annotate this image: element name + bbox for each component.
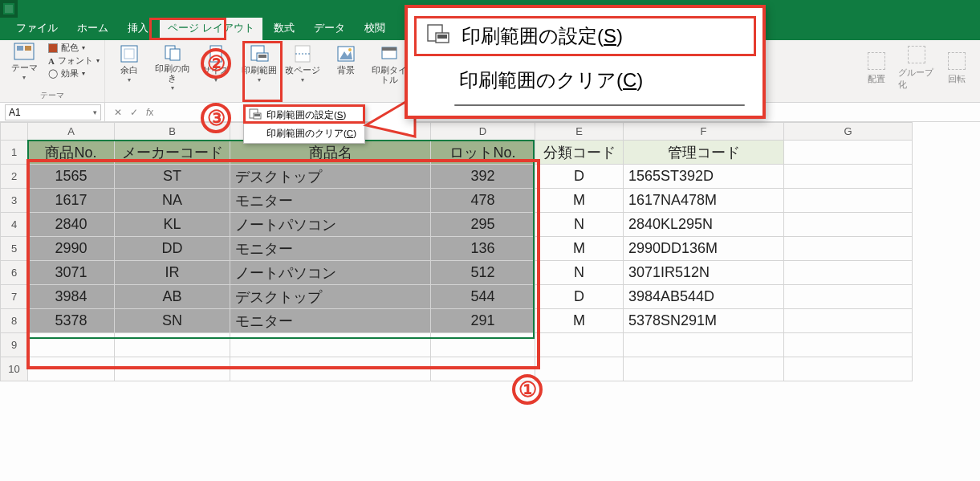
- col-header-B[interactable]: B: [115, 123, 230, 141]
- cell[interactable]: ノートパソコン: [230, 213, 431, 237]
- row-header[interactable]: 9: [1, 333, 28, 357]
- cell[interactable]: 1617: [28, 189, 115, 213]
- cell[interactable]: ロットNo.: [431, 141, 535, 165]
- tab-page-layout[interactable]: ページ レイアウト: [160, 18, 262, 40]
- row-header[interactable]: 5: [1, 237, 28, 261]
- cell[interactable]: [535, 333, 624, 357]
- cell[interactable]: 478: [431, 189, 535, 213]
- row-header[interactable]: 4: [1, 213, 28, 237]
- cell[interactable]: 2840: [28, 213, 115, 237]
- background-button[interactable]: 背景: [327, 43, 365, 91]
- cell[interactable]: 3071: [28, 261, 115, 285]
- colors-button[interactable]: 配色▾: [48, 42, 100, 54]
- tab-data[interactable]: データ: [306, 18, 353, 40]
- print-area-set-item-zoom[interactable]: 印刷範囲の設定(S): [414, 16, 756, 56]
- cell[interactable]: [784, 285, 913, 309]
- row-header[interactable]: 2: [1, 165, 28, 189]
- cell[interactable]: N: [535, 261, 624, 285]
- worksheet[interactable]: A B C D E F G 1 商品No. メーカーコード 商品名 ロットNo.…: [0, 122, 980, 381]
- cell[interactable]: 3984: [28, 285, 115, 309]
- tab-insert[interactable]: 挿入: [120, 18, 157, 40]
- tab-formulas[interactable]: 数式: [266, 18, 303, 40]
- themes-button[interactable]: テーマ ▾: [5, 40, 43, 88]
- cell[interactable]: 分類コード: [535, 141, 624, 165]
- print-area-set-item[interactable]: 印刷範囲の設定(S): [244, 105, 364, 124]
- cell[interactable]: メーカーコード: [115, 141, 230, 165]
- cell[interactable]: [624, 333, 784, 357]
- fx-button[interactable]: fx: [142, 107, 157, 118]
- group-button[interactable]: グループ化: [898, 43, 935, 92]
- cell[interactable]: 3071IR512N: [624, 261, 784, 285]
- cell[interactable]: [784, 189, 913, 213]
- cell[interactable]: モニター: [230, 309, 431, 333]
- row-header[interactable]: 1: [1, 141, 28, 165]
- cell[interactable]: [28, 357, 115, 381]
- cell[interactable]: M: [535, 237, 624, 261]
- cell[interactable]: 1565: [28, 165, 115, 189]
- print-area-clear-item[interactable]: 印刷範囲のクリア(C): [244, 124, 364, 143]
- cells-grid[interactable]: A B C D E F G 1 商品No. メーカーコード 商品名 ロットNo.…: [0, 122, 913, 381]
- cell[interactable]: 管理コード: [624, 141, 784, 165]
- cell[interactable]: 136: [431, 237, 535, 261]
- cell[interactable]: 商品No.: [28, 141, 115, 165]
- enter-formula-button[interactable]: ✓: [126, 107, 142, 118]
- select-all-triangle[interactable]: [1, 123, 28, 141]
- rotate-button[interactable]: 回転: [938, 43, 975, 92]
- cell[interactable]: [115, 333, 230, 357]
- col-header-F[interactable]: F: [624, 123, 784, 141]
- cell[interactable]: [784, 141, 913, 165]
- cell[interactable]: 2990DD136M: [624, 237, 784, 261]
- cell[interactable]: ST: [115, 165, 230, 189]
- effects-button[interactable]: ◯効果▾: [48, 67, 100, 79]
- cell[interactable]: 291: [431, 309, 535, 333]
- cell[interactable]: 544: [431, 285, 535, 309]
- cell[interactable]: 5378SN291M: [624, 309, 784, 333]
- cell[interactable]: [230, 333, 431, 357]
- cell[interactable]: モニター: [230, 189, 431, 213]
- cell[interactable]: 295: [431, 213, 535, 237]
- row-header[interactable]: 10: [1, 357, 28, 381]
- cell[interactable]: [535, 357, 624, 381]
- tab-review[interactable]: 校閲: [356, 18, 393, 40]
- cell[interactable]: N: [535, 213, 624, 237]
- cell[interactable]: 512: [431, 261, 535, 285]
- col-header-G[interactable]: G: [784, 123, 913, 141]
- col-header-E[interactable]: E: [535, 123, 624, 141]
- row-header[interactable]: 3: [1, 189, 28, 213]
- cell[interactable]: NA: [115, 189, 230, 213]
- margins-button[interactable]: 余白▾: [110, 43, 148, 91]
- cell[interactable]: [230, 357, 431, 381]
- row-header[interactable]: 6: [1, 261, 28, 285]
- cell[interactable]: [784, 165, 913, 189]
- cell[interactable]: [28, 333, 115, 357]
- col-header-D[interactable]: D: [431, 123, 535, 141]
- breaks-button[interactable]: 改ページ▾: [283, 43, 322, 91]
- cancel-formula-button[interactable]: ✕: [110, 107, 126, 118]
- size-button[interactable]: サイズ▾: [197, 43, 235, 91]
- cell[interactable]: SN: [115, 309, 230, 333]
- cell[interactable]: 2990: [28, 237, 115, 261]
- orientation-button[interactable]: 印刷の向き▾: [153, 43, 192, 91]
- cell[interactable]: 392: [431, 165, 535, 189]
- cell[interactable]: [784, 237, 913, 261]
- cell[interactable]: [784, 213, 913, 237]
- print-titles-button[interactable]: 印刷タイトル: [370, 43, 409, 91]
- cell[interactable]: 5378: [28, 309, 115, 333]
- cell[interactable]: モニター: [230, 237, 431, 261]
- tab-home[interactable]: ホーム: [69, 18, 116, 40]
- cell[interactable]: [431, 333, 535, 357]
- cell[interactable]: デスクトップ: [230, 165, 431, 189]
- cell[interactable]: D: [535, 165, 624, 189]
- row-header[interactable]: 7: [1, 285, 28, 309]
- cell[interactable]: [784, 333, 913, 357]
- cell[interactable]: D: [535, 285, 624, 309]
- cell[interactable]: [431, 357, 535, 381]
- print-area-button[interactable]: 印刷範囲▾: [240, 43, 279, 91]
- cell[interactable]: M: [535, 309, 624, 333]
- cell[interactable]: 3984AB544D: [624, 285, 784, 309]
- cell[interactable]: AB: [115, 285, 230, 309]
- cell[interactable]: 1565ST392D: [624, 165, 784, 189]
- name-box[interactable]: A1 ▾: [5, 104, 101, 120]
- cell[interactable]: KL: [115, 213, 230, 237]
- cell[interactable]: 商品名: [230, 141, 431, 165]
